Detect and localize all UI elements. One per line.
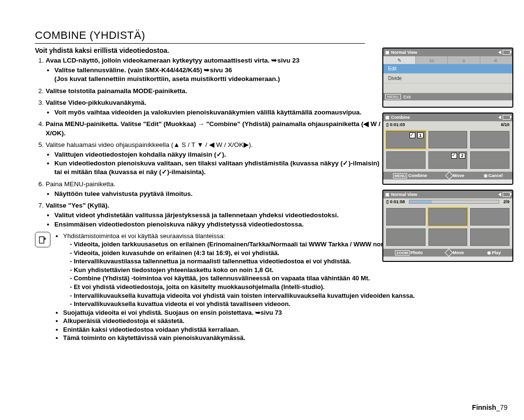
move-action[interactable]: Move <box>453 173 464 178</box>
note-bullet-item: Tämä toiminto on käytettävissä vain pien… <box>63 334 450 342</box>
substep-item: Ensimmäisen videotiedoston pienoiskuva n… <box>54 220 385 229</box>
screen2-title: Combine <box>391 115 497 120</box>
menu-key-label: MENU <box>385 94 401 99</box>
substep-item: Valitut videot yhdistetään valitussa jär… <box>54 211 385 220</box>
thumb-badge: 2 <box>459 153 465 159</box>
notes-lead: Yhdistämistoimintoa ei voi käyttää seura… <box>63 232 225 240</box>
note-dash-item: Intervallikuvauksella kuvattuja videoita… <box>70 291 450 300</box>
footer-lang: Finnish <box>472 404 496 411</box>
substep-item: Valittujen videotiedostojen kohdalla näk… <box>54 150 385 159</box>
thumb[interactable] <box>428 228 468 246</box>
combine-action[interactable]: Combine <box>408 173 427 178</box>
thumb-3[interactable] <box>470 131 509 148</box>
thumb-6[interactable] <box>470 151 509 169</box>
left-arrow-icon <box>498 50 501 54</box>
note-dash-item: Kun yhdistettävien tiedostojen yhteenlas… <box>70 266 450 275</box>
screen-normal-view: ▣Normal View ▯ 0:01:582/9 ZOOM Photo Mov… <box>382 190 513 262</box>
thumb-5[interactable]: 2 <box>428 151 468 169</box>
dpad-icon <box>444 249 453 257</box>
footer-page: 79 <box>500 404 508 411</box>
note-dash-item: Et voi yhdistä videotiedostoja, joita on… <box>70 283 450 291</box>
thumb-selected[interactable] <box>428 208 468 226</box>
tab-3[interactable]: ☼ <box>448 56 480 64</box>
battery-icon <box>503 192 510 197</box>
screen-combine: ▣Combine ▯ 0:01:036/10 1 2 MENU Combine … <box>382 113 513 185</box>
move-action[interactable]: Move <box>453 250 464 255</box>
thumbnail-grid: 1 2 <box>383 128 512 172</box>
substep-item: Voit myös vaihtaa videoiden ja valokuvie… <box>54 108 385 117</box>
time-label: ▯ 0:01:58 <box>386 199 405 204</box>
note-bullet-item: Suojattuja videoita ei voi yhdistä. Suoj… <box>63 308 450 317</box>
menu-item-divide[interactable]: Divide <box>383 74 512 83</box>
substep-item: Valitse tallennusväline. (vain SMX-K44/4… <box>54 66 385 83</box>
note-bullet-item: Enintään kaksi videotiedostoa voidaan yh… <box>63 325 450 334</box>
tab-2[interactable]: ▭ <box>416 56 448 64</box>
battery-icon <box>503 115 510 120</box>
play-action[interactable]: Play <box>492 250 501 255</box>
time-label: ▯ 0:01:03 <box>386 122 405 127</box>
menu-item-edit[interactable]: Edit <box>383 64 512 74</box>
substep-item: Näyttöön tulee vahvistusta pyytävä ilmoi… <box>54 190 385 198</box>
play-icon: ▣ <box>385 50 390 55</box>
counter-label: 6/10 <box>501 122 509 127</box>
battery-icon <box>503 50 510 55</box>
screen1-title: Normal View <box>391 50 497 55</box>
menu-item-blank <box>383 83 512 93</box>
thumb[interactable] <box>386 208 426 226</box>
cancel-action[interactable]: Cancel <box>489 173 503 178</box>
step-item: Valitse toistotila painamalla MODE-paini… <box>46 87 385 96</box>
photo-action[interactable]: Photo <box>410 250 423 255</box>
check-icon <box>409 132 415 138</box>
step-item: Valitse haluamasi video ohjauspainikkeel… <box>46 141 385 177</box>
screen-edit-menu: ▣Normal View ✎ ▭ ☼ ⎌ Edit Divide MENUExi… <box>382 48 513 108</box>
note-icon <box>35 232 50 247</box>
thumb-2[interactable] <box>428 131 468 148</box>
step-item: Paina MENU-painiketta.Näyttöön tulee vah… <box>46 180 385 198</box>
thumb-badge: 1 <box>417 132 424 138</box>
screen3-title: Normal View <box>391 192 497 197</box>
thumbnail-grid <box>383 205 512 249</box>
substep-item: Kun videotiedoston pienoiskuva valitaan,… <box>54 159 385 177</box>
thumb-4[interactable] <box>386 151 426 169</box>
thumb-1[interactable]: 1 <box>386 131 426 148</box>
note-dash-item: Combine (Yhdistä) -toimintoa voi käyttää… <box>70 274 450 283</box>
thumb[interactable] <box>470 208 509 226</box>
exit-label[interactable]: Exit <box>404 95 411 99</box>
step-item: Avaa LCD-näyttö, jolloin videokameraan k… <box>46 56 385 84</box>
tab-edit-icon[interactable]: ✎ <box>383 56 416 64</box>
check-icon <box>451 153 457 159</box>
page-title: COMBINE (YHDISTÄ) <box>35 29 365 44</box>
play-icon: ▣ <box>385 192 390 197</box>
tab-4[interactable]: ⎌ <box>480 56 513 64</box>
zoom-key-label: ZOOM <box>395 250 409 256</box>
menu-key-label: MENU <box>393 173 408 178</box>
step-item: Valitse Video-pikkukuvanäkymä.Voit myös … <box>46 98 385 117</box>
counter-label: 2/9 <box>503 199 509 204</box>
dpad-icon <box>445 172 453 180</box>
note-dash-item: Intervallikuvauksella kuvattua videota e… <box>70 300 450 308</box>
thumb[interactable] <box>470 228 509 246</box>
page-footer: Finnish_79 <box>472 404 508 411</box>
note-bullet-item: Alkuperäisiä videotiedostoja ei säästetä… <box>63 317 450 325</box>
steps-list: Avaa LCD-näyttö, jolloin videokameraan k… <box>35 56 385 229</box>
thumb[interactable] <box>386 228 426 246</box>
left-arrow-icon <box>498 193 501 196</box>
step-item: Paina MENU-painiketta. Valitse "Edit" (M… <box>46 120 385 137</box>
step-item: Valitse "Yes" (Kyllä).Valitut videot yhd… <box>46 201 385 229</box>
progress-bar <box>409 200 500 204</box>
play-icon: ▣ <box>385 115 390 120</box>
left-arrow-icon <box>498 115 501 119</box>
camera-screens: ▣Normal View ✎ ▭ ☼ ⎌ Edit Divide MENUExi… <box>382 48 513 267</box>
